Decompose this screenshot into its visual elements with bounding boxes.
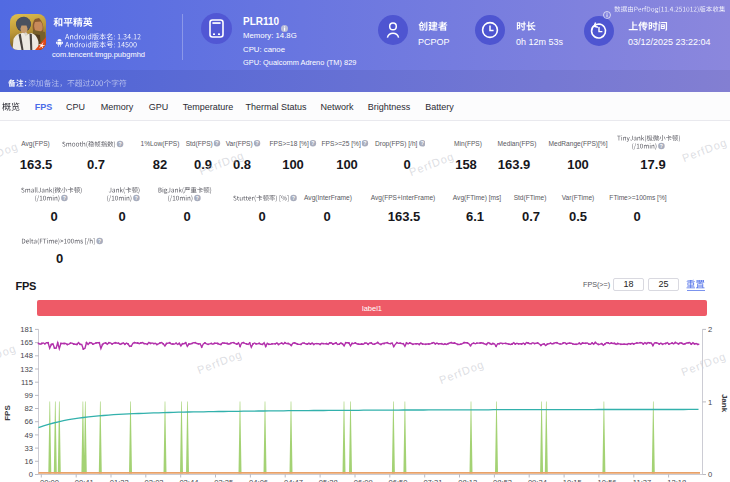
svg-text:?: ? (660, 143, 663, 149)
svg-text:Jank: Jank (720, 394, 729, 413)
svg-text:FPS: FPS (3, 405, 12, 421)
svg-text:0: 0 (29, 470, 33, 479)
svg-text:66: 66 (25, 417, 33, 426)
svg-text:08:53: 08:53 (493, 478, 512, 482)
svg-text:?: ? (312, 141, 315, 147)
svg-text:148: 148 (20, 351, 33, 360)
svg-text:02:03: 02:03 (145, 478, 164, 482)
svg-text:?: ? (63, 195, 66, 201)
svg-text:132: 132 (20, 365, 33, 374)
svg-text:08:12: 08:12 (458, 478, 477, 482)
svg-text:99: 99 (25, 391, 33, 400)
svg-text:04:47: 04:47 (284, 478, 303, 482)
svg-text:04:06: 04:06 (249, 478, 268, 482)
svg-text:?: ? (196, 195, 199, 201)
svg-text:181: 181 (20, 325, 33, 334)
svg-text:16: 16 (25, 457, 33, 466)
svg-text:?: ? (291, 195, 294, 201)
svg-text:10:15: 10:15 (563, 478, 582, 482)
svg-text:03:25: 03:25 (214, 478, 233, 482)
svg-text:00:00: 00:00 (40, 478, 59, 482)
svg-text:12:18: 12:18 (667, 478, 686, 482)
svg-text:?: ? (364, 141, 367, 147)
svg-text:06:09: 06:09 (354, 478, 373, 482)
svg-text:00:41: 00:41 (75, 478, 94, 482)
svg-text:10:56: 10:56 (598, 478, 617, 482)
svg-text:07:31: 07:31 (423, 478, 442, 482)
svg-text:?: ? (118, 141, 121, 147)
svg-text:1: 1 (708, 398, 712, 407)
svg-text:?: ? (420, 141, 423, 147)
svg-text:82: 82 (25, 404, 33, 413)
svg-text:115: 115 (21, 378, 33, 387)
svg-text:?: ? (215, 141, 218, 147)
svg-text:02:44: 02:44 (179, 478, 198, 482)
svg-text:09:34: 09:34 (528, 478, 547, 482)
svg-text:165: 165 (20, 338, 33, 347)
svg-text:?: ? (135, 195, 138, 201)
svg-text:05:28: 05:28 (319, 478, 338, 482)
svg-text:?: ? (255, 141, 258, 147)
svg-text:2: 2 (708, 325, 712, 334)
svg-text:06:50: 06:50 (388, 478, 407, 482)
svg-text:0: 0 (708, 470, 712, 479)
svg-text:01:22: 01:22 (110, 478, 129, 482)
svg-text:11:37: 11:37 (633, 478, 651, 482)
svg-text:33: 33 (25, 444, 33, 453)
svg-text:?: ? (98, 237, 101, 243)
svg-text:49: 49 (25, 431, 33, 440)
